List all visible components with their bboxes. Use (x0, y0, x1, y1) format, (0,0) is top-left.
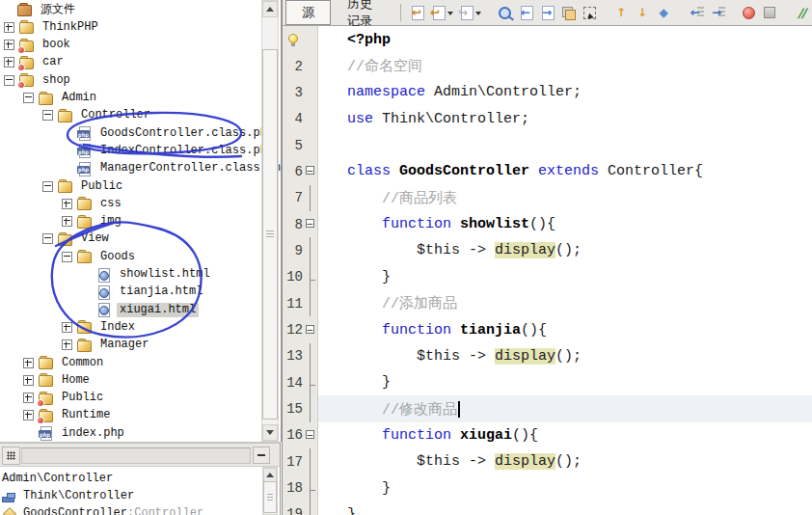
expand-toggle-icon[interactable] (62, 199, 72, 209)
tree-item-indexcontroller-class-php[interactable]: IndexController.class.php (62, 142, 277, 159)
tree-item-css[interactable]: css (62, 195, 124, 212)
tree-item-managercontroller-class-php[interactable]: ManagerController.class.php (62, 160, 282, 177)
nav-forward-icon[interactable]: ↪ (456, 3, 482, 22)
tree-item-runtime[interactable]: Runtime (23, 407, 113, 424)
toggle-bookmark-icon[interactable]: ◆ (654, 3, 673, 22)
expand-toggle-icon[interactable] (4, 57, 14, 68)
minimize-icon[interactable] (253, 447, 270, 464)
editor-tab-inactive[interactable]: 历史记录 (331, 0, 395, 25)
gutter[interactable]: 5 (283, 132, 318, 158)
fold-marker-icon[interactable] (299, 27, 314, 53)
expand-toggle-icon[interactable] (23, 358, 34, 368)
code-line[interactable]: 9 $this -> display(); (283, 237, 812, 263)
expand-toggle-icon[interactable] (42, 110, 53, 121)
scroll-up-icon[interactable] (262, 1, 278, 17)
gutter[interactable]: 18 (283, 474, 318, 501)
code-line[interactable]: 4 use Think\Controller; (283, 106, 812, 132)
next-bookmark-icon[interactable]: ↓ (633, 3, 652, 22)
fold-marker-icon[interactable] (303, 422, 318, 448)
expand-toggle-icon[interactable] (42, 181, 53, 192)
fold-marker-icon[interactable] (303, 369, 318, 395)
tree-item-showlist-html[interactable]: showlist.html (81, 266, 213, 284)
navigator-scrollbar[interactable] (262, 467, 278, 515)
scroll-up-icon[interactable] (263, 468, 277, 482)
last-edit-position-icon[interactable]: ↩ (407, 3, 426, 22)
gutter[interactable]: 4 (283, 106, 318, 132)
tree-item-tianjia-html[interactable]: tianjia.html (81, 284, 205, 301)
fold-marker-icon[interactable] (303, 106, 318, 132)
tree-item-goods[interactable]: Goods (62, 248, 138, 265)
gutter[interactable]: 12 (283, 316, 318, 342)
find-selection-icon[interactable] (495, 3, 514, 22)
code-line[interactable]: 2 //命名空间 (283, 53, 812, 79)
code-editor[interactable]: <?php 2 //命名空间 3 namespace Admin\Control… (283, 26, 812, 515)
tree-item-view[interactable]: View (42, 230, 112, 248)
tree-item-car[interactable]: car (4, 54, 67, 71)
fold-marker-icon[interactable] (303, 79, 318, 105)
navigator-item-think-controller[interactable]: Think\Controller (2, 487, 134, 504)
expand-toggle-icon[interactable] (23, 393, 34, 403)
fold-marker-icon[interactable] (303, 343, 318, 369)
nav-back-icon[interactable]: ↩ (428, 3, 454, 22)
tree-item-shop[interactable]: shop (4, 71, 73, 89)
code-line[interactable]: 8 function showlist(){ (283, 211, 812, 237)
expand-toggle-icon[interactable] (23, 375, 34, 386)
gutter[interactable]: 8 (283, 211, 318, 237)
fold-marker-icon[interactable] (303, 316, 318, 342)
fold-marker-icon[interactable] (303, 158, 318, 184)
toggle-search-highlight-icon[interactable] (558, 3, 578, 22)
tree-item-index[interactable]: Index (62, 318, 138, 336)
toggle-comment-icon[interactable]: // (792, 3, 811, 22)
code-line[interactable]: 3 namespace Admin\Controller; (283, 79, 812, 105)
navigator-scrollbar-thumb[interactable] (263, 481, 277, 513)
fold-marker-icon[interactable] (303, 211, 318, 237)
gutter[interactable]: 19 (283, 501, 318, 515)
code-line[interactable]: 12 function tianjia(){ (283, 316, 812, 342)
gutter[interactable] (283, 27, 318, 53)
gutter[interactable]: 16 (283, 422, 318, 448)
hint-bulb-icon[interactable] (287, 34, 299, 45)
previous-bookmark-icon[interactable]: ↑ (611, 3, 631, 22)
fold-marker-icon[interactable] (303, 474, 318, 501)
tree-item-goodscontroller-class-php[interactable]: GoodsController.class.php (62, 124, 277, 142)
shift-line-left-icon[interactable]: ← (686, 3, 705, 22)
fold-marker-icon[interactable] (303, 448, 318, 474)
code-line[interactable]: 15 //修改商品 (283, 395, 812, 421)
code-line[interactable]: 7 //商品列表 (283, 185, 812, 211)
gutter[interactable]: 9 (283, 237, 318, 263)
shift-line-right-icon[interactable]: → (707, 3, 726, 22)
code-line[interactable]: 6 class GoodsController extends Controll… (283, 158, 812, 184)
tree-item-common[interactable]: Common (23, 354, 106, 371)
rectangular-selection-icon[interactable] (580, 3, 599, 22)
tree-item-img[interactable]: img (62, 213, 124, 230)
code-line[interactable]: 19 } (283, 501, 812, 515)
tree-item-public[interactable]: Public (42, 177, 125, 195)
tree-item-thinkphp[interactable]: ThinkPHP (4, 18, 101, 36)
gutter[interactable]: 14 (283, 369, 318, 395)
expand-toggle-icon[interactable] (62, 252, 72, 262)
code-line[interactable]: <?php (283, 27, 812, 53)
code-line[interactable]: 10 } (283, 264, 812, 290)
navigator-item-goodscontroller[interactable]: GoodsController :Controller (2, 504, 203, 515)
navigator-item-admin-controller[interactable]: Admin\Controller (2, 470, 113, 487)
fold-marker-icon[interactable] (303, 395, 318, 421)
fold-marker-icon[interactable] (303, 132, 318, 158)
expand-toggle-icon[interactable] (4, 40, 14, 50)
gutter[interactable]: 15 (283, 395, 318, 421)
stop-macro-icon[interactable] (760, 3, 779, 22)
gutter[interactable]: 3 (283, 79, 318, 105)
expand-toggle-icon[interactable] (62, 216, 72, 227)
tree-item-manager[interactable]: Manager (62, 337, 151, 354)
code-line[interactable]: 11 //添加商品 (283, 290, 812, 316)
gutter[interactable]: 13 (283, 343, 318, 369)
fold-marker-icon[interactable] (303, 185, 318, 211)
scroll-down-icon[interactable] (262, 424, 278, 441)
record-macro-icon[interactable] (739, 3, 758, 22)
code-line[interactable]: 14 } (283, 369, 812, 395)
gutter[interactable]: 2 (283, 53, 318, 79)
code-line[interactable]: 18 } (283, 474, 812, 501)
expand-toggle-icon[interactable] (4, 22, 14, 33)
tree-item-public[interactable]: Public (23, 390, 106, 407)
fold-marker-icon[interactable] (303, 53, 318, 79)
tree-scrollbar[interactable] (261, 0, 279, 442)
